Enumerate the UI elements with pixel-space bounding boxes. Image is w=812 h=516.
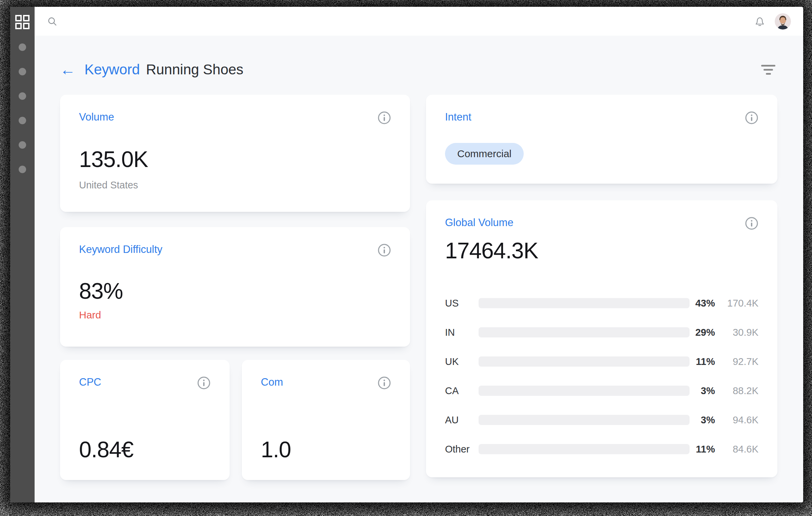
app-window: ← Keyword Running Shoes Volume [10, 7, 803, 502]
country-volume: 170.4K [715, 298, 758, 309]
country-percent: 11% [690, 356, 715, 367]
intent-card-label: Intent [445, 111, 471, 123]
country-bar-row: US 43% 170.4K [445, 298, 758, 308]
global-volume-card: Global Volume 17464.3K US 43% 170.4K IN … [426, 200, 777, 477]
global-volume-value: 17464.3K [445, 238, 758, 263]
sidebar-nav-dot[interactable] [19, 92, 26, 100]
info-icon[interactable] [197, 376, 211, 390]
country-volume: 92.7K [715, 356, 758, 367]
global-volume-bars: US 43% 170.4K IN 29% 30.9K UK 11% 92.7K … [445, 298, 758, 454]
com-card: Com 1.0 [242, 360, 410, 480]
bar-track [479, 386, 690, 396]
bar-track [479, 356, 690, 367]
topbar [35, 7, 803, 36]
country-bar-row: CA 3% 88.2K [445, 386, 758, 396]
sidebar-nav-dot[interactable] [19, 43, 26, 51]
breadcrumb-keyword-link[interactable]: Keyword [84, 61, 140, 78]
intent-card: Intent Commercial [426, 95, 777, 184]
global-volume-card-label: Global Volume [445, 217, 514, 229]
sidebar-nav-dot[interactable] [19, 141, 26, 149]
cards-grid: Volume 135.0K United States Keyword Diff… [60, 95, 777, 480]
country-percent: 43% [690, 298, 715, 309]
filter-icon[interactable] [759, 63, 777, 77]
bar-track [479, 415, 690, 425]
keyword-difficulty-card: Keyword Difficulty 83% Hard [60, 227, 410, 347]
country-label: US [445, 298, 479, 309]
cpc-card-label: CPC [79, 376, 101, 388]
page-title: Running Shoes [146, 61, 243, 78]
right-column: Intent Commercial Global Volume [426, 95, 777, 480]
sidebar-nav-dot[interactable] [19, 68, 26, 75]
info-icon[interactable] [378, 111, 391, 125]
page-header: ← Keyword Running Shoes [60, 59, 777, 80]
volume-value: 135.0K [79, 146, 391, 172]
country-volume: 88.2K [715, 385, 758, 397]
apps-grid-icon[interactable] [15, 14, 30, 30]
difficulty-card-label: Keyword Difficulty [79, 243, 162, 256]
sidebar-nav-dot[interactable] [19, 166, 26, 173]
user-avatar[interactable] [775, 13, 791, 30]
info-icon[interactable] [745, 111, 758, 125]
bar-track [479, 444, 690, 454]
country-volume: 30.9K [715, 327, 758, 338]
difficulty-value: 83% [79, 278, 391, 304]
small-cards-row: CPC 0.84€ Com [60, 360, 410, 480]
search-icon[interactable] [47, 17, 57, 26]
info-icon[interactable] [745, 217, 758, 230]
volume-card-label: Volume [79, 111, 114, 123]
country-label: Other [445, 444, 479, 455]
country-label: CA [445, 385, 479, 397]
country-percent: 11% [690, 444, 715, 455]
country-bar-row: UK 11% 92.7K [445, 356, 758, 367]
country-percent: 3% [690, 414, 715, 426]
country-percent: 29% [690, 327, 715, 338]
back-arrow-icon[interactable]: ← [60, 62, 76, 77]
cpc-card: CPC 0.84€ [60, 360, 230, 480]
country-label: AU [445, 414, 479, 426]
country-volume: 84.6K [715, 444, 758, 455]
volume-region: United States [79, 180, 391, 191]
content-area: ← Keyword Running Shoes Volume [35, 36, 803, 502]
sidebar [10, 7, 35, 502]
left-column: Volume 135.0K United States Keyword Diff… [60, 95, 410, 480]
bar-track [479, 327, 690, 337]
country-bar-row: AU 3% 94.6K [445, 415, 758, 425]
difficulty-level-badge: Hard [79, 309, 391, 321]
volume-card: Volume 135.0K United States [60, 95, 410, 212]
country-label: UK [445, 356, 479, 367]
country-bar-row: Other 11% 84.6K [445, 444, 758, 454]
topbar-right [754, 13, 791, 30]
bar-track [479, 298, 690, 308]
sidebar-nav-dot[interactable] [19, 117, 26, 124]
info-icon[interactable] [378, 243, 391, 257]
cpc-value: 0.84€ [79, 437, 211, 462]
intent-badge: Commercial [445, 143, 524, 165]
com-card-label: Com [261, 376, 283, 388]
main-area: ← Keyword Running Shoes Volume [35, 7, 803, 502]
notifications-bell-icon[interactable] [754, 16, 765, 27]
sidebar-nav-dots [19, 43, 26, 173]
country-percent: 3% [690, 385, 715, 397]
country-volume: 94.6K [715, 414, 758, 426]
info-icon[interactable] [378, 376, 391, 390]
country-bar-row: IN 29% 30.9K [445, 327, 758, 337]
com-value: 1.0 [261, 437, 391, 462]
country-label: IN [445, 327, 479, 338]
